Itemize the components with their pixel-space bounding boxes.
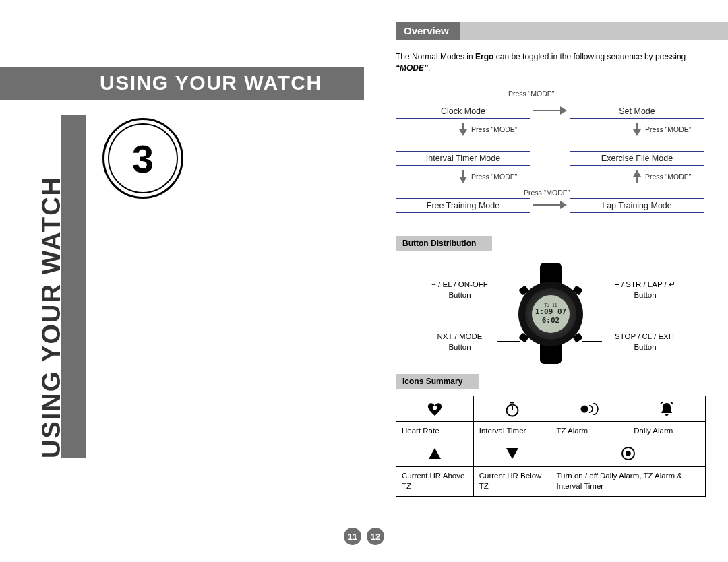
svg-point-4 bbox=[581, 405, 588, 412]
icon-label: Daily Alarm bbox=[628, 422, 706, 441]
icon-label: Interval Timer bbox=[473, 422, 551, 441]
button-distribution-figure: − / EL / ON-OFFButton NXT / MODEButton +… bbox=[396, 256, 706, 367]
arrow-down-icon bbox=[459, 170, 467, 183]
mode-sequence-diagram: Clock Mode Interval Timer Mode Free Trai… bbox=[396, 88, 706, 229]
icons-summary-table: Heart Rate Interval Timer TZ Alarm Daily… bbox=[396, 396, 706, 497]
interval-timer-icon bbox=[473, 396, 551, 422]
icon-label: TZ Alarm bbox=[551, 422, 628, 441]
chapter-number-badge: 3 bbox=[102, 118, 183, 199]
record-dot-icon bbox=[551, 441, 706, 466]
svg-line-5 bbox=[661, 402, 663, 404]
icon-label: Current HR Above TZ bbox=[396, 466, 474, 496]
triangle-down-icon bbox=[473, 441, 551, 466]
right-page: Overview The Normal Modes in Ergo can be… bbox=[364, 0, 728, 562]
mode-set: Set Mode bbox=[570, 104, 704, 119]
arrow-up-icon bbox=[633, 170, 641, 183]
press-mode-label: Press “MODE” bbox=[471, 125, 517, 133]
watch-illustration: TU 11 1:09 07 6:02 bbox=[516, 263, 586, 364]
svg-point-10 bbox=[626, 451, 631, 456]
mode-freetrain: Free Training Mode bbox=[396, 198, 530, 213]
press-mode-label: Press “MODE” bbox=[508, 90, 554, 98]
section-button-distribution: Button Distribution bbox=[396, 236, 492, 251]
mode-laptrain: Lap Training Mode bbox=[570, 198, 704, 213]
arrow-right-icon bbox=[533, 106, 567, 115]
overview-stripe bbox=[452, 22, 728, 40]
vertical-chapter-title: USING YOUR WATCH bbox=[37, 115, 66, 458]
arrow-right-icon bbox=[533, 201, 567, 209]
chapter-title: USING YOUR WATCH bbox=[100, 71, 322, 94]
arrow-down-icon bbox=[459, 123, 467, 136]
section-icons-summary: Icons Summary bbox=[396, 374, 479, 389]
button-label-tl: − / EL / ON-OFFButton bbox=[419, 280, 500, 301]
page-number-left: 11 bbox=[344, 528, 361, 545]
press-mode-label: Press “MODE” bbox=[645, 125, 691, 133]
intro-text: The Normal Modes in Ergo can be toggled … bbox=[396, 51, 704, 75]
chapter-number: 3 bbox=[108, 123, 178, 193]
mode-clock: Clock Mode bbox=[396, 104, 530, 119]
press-mode-label: Press “MODE” bbox=[471, 173, 517, 181]
svg-line-6 bbox=[671, 402, 673, 404]
press-mode-label: Press “MODE” bbox=[645, 173, 691, 181]
heart-rate-icon bbox=[396, 396, 474, 422]
icon-label: Turn on / off Daily Alarm, TZ Alarm & In… bbox=[551, 466, 706, 496]
icon-label: Current HR Below TZ bbox=[473, 466, 551, 496]
icon-label: Heart Rate bbox=[396, 422, 474, 441]
svg-marker-7 bbox=[429, 448, 441, 459]
tz-alarm-icon bbox=[551, 396, 628, 422]
button-label-br: STOP / CL / EXITButton bbox=[598, 332, 692, 352]
overview-tab: Overview bbox=[396, 22, 460, 40]
left-page: USING YOUR WATCH USING YOUR WATCH 3 11 bbox=[0, 0, 364, 562]
svg-point-0 bbox=[433, 405, 437, 409]
watch-screen: TU 11 1:09 07 6:02 bbox=[532, 295, 570, 333]
button-label-tr: + / STR / LAP / ↵Button bbox=[598, 280, 692, 301]
mode-exercise: Exercise File Mode bbox=[570, 151, 704, 166]
daily-alarm-icon bbox=[628, 396, 706, 422]
press-mode-label: Press “MODE” bbox=[524, 189, 570, 197]
mode-interval: Interval Timer Mode bbox=[396, 151, 530, 166]
svg-rect-1 bbox=[510, 402, 514, 404]
button-label-bl: NXT / MODEButton bbox=[419, 332, 500, 352]
arrow-down-icon bbox=[633, 123, 641, 136]
svg-marker-8 bbox=[506, 448, 518, 459]
triangle-up-icon bbox=[396, 441, 474, 466]
page-number-right: 12 bbox=[367, 528, 384, 545]
